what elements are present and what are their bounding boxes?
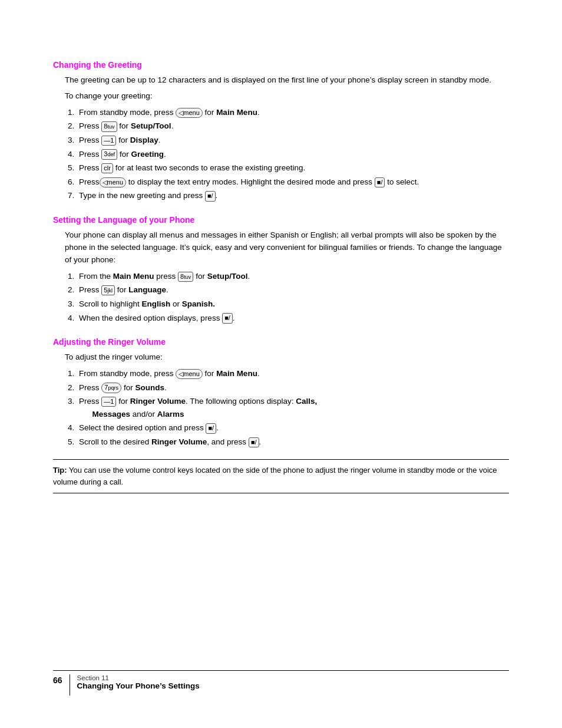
footer-left: 66 Section 11 Changing Your Phone’s Sett… [53,674,509,696]
step-ringer-1: From standby mode, press ◁menu for Main … [77,367,509,380]
key-ok-btn: ■/ [375,177,385,187]
key-clr-btn: clr [101,163,113,173]
step-greeting-6: Press◁menu to display the text entry mod… [77,176,509,189]
key-menu2-btn: ◁menu [100,177,127,187]
key-8tuv-btn: 8tuv [101,121,117,131]
section-changing-greeting: Changing the Greeting The greeting can b… [53,60,509,202]
key-menu3-btn: ◁menu [176,369,203,379]
tip-box: Tip: You can use the volume control keys… [53,459,509,493]
step-lang-4: When the desired option displays, press … [77,312,509,325]
intro-language: Your phone can display all menus and mes… [65,229,509,266]
steps-language: From the Main Menu press 8tuv for Setup/… [65,270,509,324]
key-ok5-btn: ■/ [249,437,259,447]
footer-section-info: Section 11 Changing Your Phone’s Setting… [77,674,200,690]
key-8tuv2-btn: 8tuv [178,272,193,282]
footer-chapter-title: Changing Your Phone’s Settings [77,681,200,690]
tip-label: Tip: [53,466,67,475]
key-menu-btn: ◁menu [176,108,203,118]
step-lang-3: Scroll to highlight English or Spanish. [77,298,509,311]
heading-changing-greeting: Changing the Greeting [53,60,509,70]
key-ok3-btn: ■/ [222,313,233,323]
step-greeting-7: Type in the new greeting and press ■/. [77,189,509,202]
steps-greeting: From standby mode, press ◁menu for Main … [65,106,509,202]
key-7pqrs-btn: 7pqrs [101,383,121,393]
step-greeting-1: From standby mode, press ◁menu for Main … [77,106,509,119]
step-greeting-5: Press clr for at least two seconds to er… [77,162,509,174]
steps-ringer: From standby mode, press ◁menu for Main … [65,367,509,449]
key-ok4-btn: ■/ [206,423,216,433]
key-5jkl-btn: 5jkl [101,285,115,295]
step-ringer-3: Press ―1 for Ringer Volume. The followin… [77,395,509,420]
intro-ringer: To adjust the ringer volume: [65,351,509,364]
page-number: 66 [53,674,62,685]
intro-text-1: The greeting can be up to 12 characters … [65,74,509,87]
step-greeting-4: Press 3def for Greeting. [77,148,509,161]
page: Changing the Greeting The greeting can b… [0,0,562,728]
step-ringer-4: Select the desired option and press ■/. [77,421,509,434]
heading-language: Setting the Language of your Phone [53,215,509,225]
section-ringer: Adjusting the Ringer Volume To adjust th… [53,337,509,448]
tip-text: You can use the volume control keys loca… [53,466,497,486]
key-ok2-btn: ■/ [205,191,216,201]
step-lang-1: From the Main Menu press 8tuv for Setup/… [77,270,509,283]
step-greeting-2: Press 8tuv for Setup/Tool. [77,120,509,133]
section-language: Setting the Language of your Phone Your … [53,215,509,324]
footer: 66 Section 11 Changing Your Phone’s Sett… [53,670,509,696]
step-greeting-3: Press ―1 for Display. [77,134,509,147]
key-3def-btn: 3def [101,149,117,159]
key-1b-btn: ―1 [101,397,116,407]
step-lang-2: Press 5jkl for Language. [77,284,509,297]
step-ringer-5: Scroll to the desired Ringer Volume, and… [77,436,509,449]
intro-text-2: To change your greeting: [65,90,509,103]
key-1-btn: ―1 [101,136,116,146]
heading-ringer: Adjusting the Ringer Volume [53,337,509,347]
footer-divider-vertical [70,674,70,696]
step-ringer-2: Press 7pqrs for Sounds. [77,381,509,394]
footer-section-label: Section 11 [77,674,200,681]
